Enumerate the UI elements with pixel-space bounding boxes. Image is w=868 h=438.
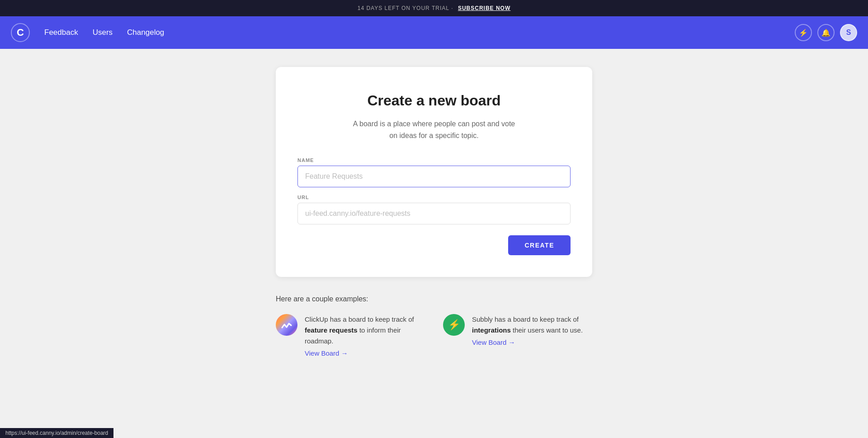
subbly-icon: ⚡ [448,319,460,331]
lightning-icon-button[interactable]: ⚡ [795,24,812,41]
trial-banner: 14 DAYS LEFT ON YOUR TRIAL · SUBSCRIBE N… [0,0,868,16]
name-input[interactable] [297,166,571,187]
nav-link-changelog[interactable]: Changelog [127,28,164,37]
subscribe-link[interactable]: SUBSCRIBE NOW [458,5,510,11]
trial-separator: · [449,5,455,11]
card-title: Create a new board [297,92,571,109]
name-label: NAME [297,157,571,163]
navbar: C Feedback Users Changelog ⚡ 🔔 S [0,16,868,49]
main-content: Create a new board A board is a place wh… [0,49,868,385]
subbly-description: Subbly has a board to keep track of inte… [472,314,592,336]
url-field-group: URL [297,195,571,224]
clickup-logo [276,314,297,336]
nav-link-users[interactable]: Users [93,28,113,37]
example-subbly: ⚡ Subbly has a board to keep track of in… [443,314,592,357]
bell-icon-button[interactable]: 🔔 [817,24,835,41]
app-logo[interactable]: C [11,23,30,42]
card-subtitle: A board is a place where people can post… [297,118,571,141]
navbar-right: ⚡ 🔔 S [795,24,857,41]
bell-icon: 🔔 [821,29,830,37]
clickup-text-block: ClickUp has a board to keep track of fea… [305,314,425,357]
example-clickup: ClickUp has a board to keep track of fea… [276,314,425,357]
clickup-view-board-link[interactable]: View Board → [305,349,348,357]
examples-section: Here are a couple examples: ClickUp has … [276,295,592,357]
create-button[interactable]: CREATE [508,235,571,255]
status-url: https://ui-feed.canny.io/admin/create-bo… [5,430,108,436]
subbly-logo: ⚡ [443,314,465,336]
status-bar: https://ui-feed.canny.io/admin/create-bo… [0,428,113,438]
form-actions: CREATE [297,235,571,255]
nav-link-feedback[interactable]: Feedback [44,28,78,37]
name-field-group: NAME [297,157,571,187]
nav-links: Feedback Users Changelog [44,28,164,37]
subbly-view-board-link[interactable]: View Board → [472,338,515,346]
trial-text: 14 DAYS LEFT ON YOUR TRIAL [358,5,449,11]
url-label: URL [297,195,571,200]
user-avatar[interactable]: S [840,24,857,41]
subbly-text-block: Subbly has a board to keep track of inte… [472,314,592,347]
lightning-icon: ⚡ [799,29,808,37]
examples-grid: ClickUp has a board to keep track of fea… [276,314,592,357]
clickup-description: ClickUp has a board to keep track of fea… [305,314,425,347]
examples-heading: Here are a couple examples: [276,295,592,303]
url-input[interactable] [297,203,571,224]
create-board-card: Create a new board A board is a place wh… [276,67,592,277]
